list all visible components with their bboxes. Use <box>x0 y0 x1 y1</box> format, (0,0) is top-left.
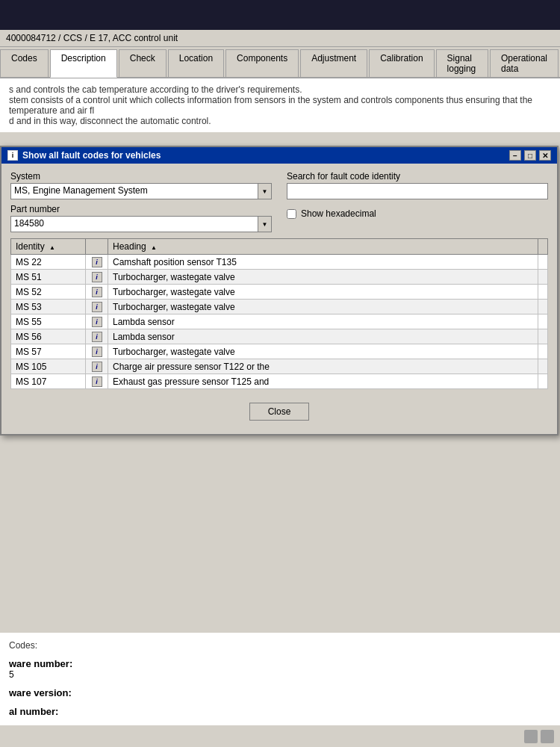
tab-adjustment[interactable]: Adjustment <box>300 49 367 78</box>
software-number-label: ware number: <box>9 658 72 669</box>
cell-heading: Charge air pressure sensor T122 or the <box>108 359 538 374</box>
cell-icon[interactable]: i <box>86 285 108 300</box>
modal-app-icon: i <box>7 150 18 161</box>
cell-icon[interactable]: i <box>86 329 108 344</box>
cell-identity: MS 22 <box>11 255 86 270</box>
cell-identity: MS 51 <box>11 270 86 285</box>
info-icon[interactable]: i <box>92 302 102 312</box>
bg-line2: stem consists of a control unit which co… <box>9 95 551 116</box>
cell-identity: MS 105 <box>11 359 86 374</box>
modal-body: System MS, Engine Management System ▼ Pa… <box>1 164 557 434</box>
cell-heading: Turbocharger, wastegate valve <box>108 270 538 285</box>
modal-minimize-button[interactable]: − <box>509 150 521 161</box>
system-select-value[interactable]: MS, Engine Management System <box>10 183 258 199</box>
cell-identity: MS 56 <box>11 329 86 344</box>
table-row[interactable]: MS 107iExhaust gas pressure sensor T125 … <box>11 374 548 389</box>
search-input[interactable] <box>287 183 548 199</box>
tab-location[interactable]: Location <box>168 49 224 78</box>
form-section: System MS, Engine Management System ▼ Pa… <box>10 171 548 232</box>
cell-extra <box>538 329 548 344</box>
modal-close-button[interactable]: ✕ <box>539 150 551 161</box>
modal-footer: Close <box>10 397 548 427</box>
info-icon[interactable]: i <box>92 287 102 297</box>
modal-controls: − □ ✕ <box>509 150 551 161</box>
info-icon[interactable]: i <box>92 257 102 267</box>
table-row[interactable]: MS 52iTurbocharger, wastegate valve <box>11 285 548 300</box>
table-row[interactable]: MS 57iTurbocharger, wastegate valve <box>11 344 548 359</box>
breadcrumb: 4000084712 / CCS / E 17, ACC control uni… <box>0 30 560 47</box>
info-icon[interactable]: i <box>92 362 102 372</box>
col-header-icon <box>86 239 108 255</box>
tab-operational-data[interactable]: Operational data <box>490 49 559 78</box>
info-icon[interactable]: i <box>92 272 102 282</box>
part-number-label: Part number <box>10 204 60 214</box>
close-button[interactable]: Close <box>249 403 310 421</box>
table-row[interactable]: MS 105iCharge air pressure sensor T122 o… <box>11 359 548 374</box>
col-header-heading[interactable]: Heading ▲ <box>108 239 538 255</box>
tab-codes[interactable]: Codes <box>0 49 49 78</box>
cell-icon[interactable]: i <box>86 344 108 359</box>
cell-extra <box>538 359 548 374</box>
modal-titlebar: i Show all fault codes for vehicles − □ … <box>1 147 557 164</box>
system-select-wrapper: MS, Engine Management System ▼ <box>10 183 272 199</box>
modal-dialog: i Show all fault codes for vehicles − □ … <box>0 146 559 436</box>
cell-identity: MS 55 <box>11 314 86 329</box>
bg-line3: d and in this way, disconnect the automa… <box>9 116 551 126</box>
breadcrumb-text: 4000084712 / CCS / E 17, ACC control uni… <box>6 33 178 43</box>
cell-icon[interactable]: i <box>86 359 108 374</box>
table-row[interactable]: MS 56iLambda sensor <box>11 329 548 344</box>
table-header-row: Identity ▲ Heading ▲ <box>11 239 548 255</box>
info-icon[interactable]: i <box>92 347 102 357</box>
modal-title-text: Show all fault codes for vehicles <box>22 150 161 161</box>
cell-identity: MS 52 <box>11 285 86 300</box>
taskbar-icons <box>524 730 554 743</box>
cell-heading: Camshaft position sensor T135 <box>108 255 538 270</box>
info-icon[interactable]: i <box>92 317 102 327</box>
software-version-label: ware version: <box>9 687 72 698</box>
part-number-select-value[interactable]: 184580 <box>10 216 258 232</box>
modal-maximize-button[interactable]: □ <box>524 150 536 161</box>
table-row[interactable]: MS 55iLambda sensor <box>11 314 548 329</box>
heading-sort-icon: ▲ <box>151 244 157 251</box>
cell-extra <box>538 300 548 314</box>
cell-extra <box>538 374 548 389</box>
cell-heading: Turbocharger, wastegate valve <box>108 344 538 359</box>
show-hexadecimal-checkbox[interactable] <box>287 209 296 219</box>
table-row[interactable]: MS 53iTurbocharger, wastegate valve <box>11 300 548 314</box>
cell-icon[interactable]: i <box>86 374 108 389</box>
cell-extra <box>538 285 548 300</box>
cell-extra <box>538 314 548 329</box>
identity-sort-icon: ▲ <box>49 244 55 251</box>
tab-bar: Codes Description Check Location Compone… <box>0 47 560 78</box>
cell-heading: Lambda sensor <box>108 329 538 344</box>
info-icon[interactable]: i <box>92 376 102 387</box>
fault-table: Identity ▲ Heading ▲ MS 22iCamshaft posi… <box>10 238 548 389</box>
software-number-value: 5 <box>9 669 551 680</box>
col-header-identity[interactable]: Identity ▲ <box>11 239 86 255</box>
cell-heading: Turbocharger, wastegate valve <box>108 285 538 300</box>
fault-table-body: MS 22iCamshaft position sensor T135MS 51… <box>11 255 548 389</box>
cell-icon[interactable]: i <box>86 300 108 314</box>
cell-heading: Turbocharger, wastegate valve <box>108 300 538 314</box>
tab-description[interactable]: Description <box>50 49 117 78</box>
table-row[interactable]: MS 22iCamshaft position sensor T135 <box>11 255 548 270</box>
system-select-arrow[interactable]: ▼ <box>258 183 272 199</box>
tab-signal-logging[interactable]: Signal logging <box>436 49 488 78</box>
bg-codes-label: Codes: <box>9 640 551 651</box>
serial-number-label: al number: <box>9 706 58 717</box>
cell-icon[interactable]: i <box>86 270 108 285</box>
cell-heading: Lambda sensor <box>108 314 538 329</box>
info-icon[interactable]: i <box>92 332 102 342</box>
show-hexadecimal-label: Show hexadecimal <box>301 208 376 219</box>
tab-calibration[interactable]: Calibration <box>369 49 434 78</box>
tab-components[interactable]: Components <box>225 49 299 78</box>
part-number-select-arrow[interactable]: ▼ <box>258 216 272 232</box>
cell-icon[interactable]: i <box>86 314 108 329</box>
table-row[interactable]: MS 51iTurbocharger, wastegate valve <box>11 270 548 285</box>
cell-identity: MS 53 <box>11 300 86 314</box>
cell-heading: Exhaust gas pressure sensor T125 and <box>108 374 538 389</box>
form-right: Search for fault code identity Show hexa… <box>287 171 548 232</box>
tab-check[interactable]: Check <box>119 49 167 78</box>
cell-extra <box>538 255 548 270</box>
cell-icon[interactable]: i <box>86 255 108 270</box>
